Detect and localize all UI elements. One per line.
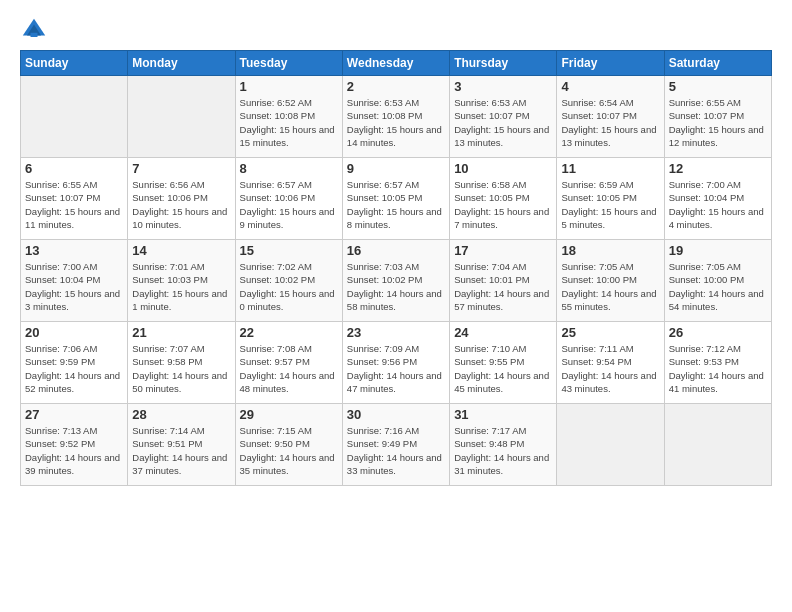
- day-info: Sunrise: 7:14 AM Sunset: 9:51 PM Dayligh…: [132, 424, 230, 477]
- calendar-week-4: 20Sunrise: 7:06 AM Sunset: 9:59 PM Dayli…: [21, 322, 772, 404]
- calendar-cell: 25Sunrise: 7:11 AM Sunset: 9:54 PM Dayli…: [557, 322, 664, 404]
- calendar-header-row: SundayMondayTuesdayWednesdayThursdayFrid…: [21, 51, 772, 76]
- calendar-cell: 27Sunrise: 7:13 AM Sunset: 9:52 PM Dayli…: [21, 404, 128, 486]
- calendar-cell: 30Sunrise: 7:16 AM Sunset: 9:49 PM Dayli…: [342, 404, 449, 486]
- weekday-header-wednesday: Wednesday: [342, 51, 449, 76]
- weekday-header-monday: Monday: [128, 51, 235, 76]
- calendar-cell: 3Sunrise: 6:53 AM Sunset: 10:07 PM Dayli…: [450, 76, 557, 158]
- calendar-cell: 8Sunrise: 6:57 AM Sunset: 10:06 PM Dayli…: [235, 158, 342, 240]
- calendar-cell: 23Sunrise: 7:09 AM Sunset: 9:56 PM Dayli…: [342, 322, 449, 404]
- day-number: 12: [669, 161, 767, 176]
- weekday-header-friday: Friday: [557, 51, 664, 76]
- calendar-cell: 15Sunrise: 7:02 AM Sunset: 10:02 PM Dayl…: [235, 240, 342, 322]
- calendar-week-2: 6Sunrise: 6:55 AM Sunset: 10:07 PM Dayli…: [21, 158, 772, 240]
- day-number: 21: [132, 325, 230, 340]
- calendar-cell: 21Sunrise: 7:07 AM Sunset: 9:58 PM Dayli…: [128, 322, 235, 404]
- logo: [20, 16, 54, 44]
- calendar-cell: 29Sunrise: 7:15 AM Sunset: 9:50 PM Dayli…: [235, 404, 342, 486]
- calendar-cell: 14Sunrise: 7:01 AM Sunset: 10:03 PM Dayl…: [128, 240, 235, 322]
- day-info: Sunrise: 6:55 AM Sunset: 10:07 PM Daylig…: [25, 178, 123, 231]
- day-info: Sunrise: 7:12 AM Sunset: 9:53 PM Dayligh…: [669, 342, 767, 395]
- day-info: Sunrise: 6:52 AM Sunset: 10:08 PM Daylig…: [240, 96, 338, 149]
- calendar-cell: 9Sunrise: 6:57 AM Sunset: 10:05 PM Dayli…: [342, 158, 449, 240]
- calendar-cell: 5Sunrise: 6:55 AM Sunset: 10:07 PM Dayli…: [664, 76, 771, 158]
- calendar-cell: 10Sunrise: 6:58 AM Sunset: 10:05 PM Dayl…: [450, 158, 557, 240]
- day-number: 3: [454, 79, 552, 94]
- day-number: 31: [454, 407, 552, 422]
- day-info: Sunrise: 7:02 AM Sunset: 10:02 PM Daylig…: [240, 260, 338, 313]
- day-number: 4: [561, 79, 659, 94]
- day-number: 9: [347, 161, 445, 176]
- day-info: Sunrise: 6:54 AM Sunset: 10:07 PM Daylig…: [561, 96, 659, 149]
- calendar-cell: 24Sunrise: 7:10 AM Sunset: 9:55 PM Dayli…: [450, 322, 557, 404]
- calendar-table: SundayMondayTuesdayWednesdayThursdayFrid…: [20, 50, 772, 486]
- day-number: 23: [347, 325, 445, 340]
- day-info: Sunrise: 7:00 AM Sunset: 10:04 PM Daylig…: [669, 178, 767, 231]
- calendar-week-1: 1Sunrise: 6:52 AM Sunset: 10:08 PM Dayli…: [21, 76, 772, 158]
- calendar-cell: 13Sunrise: 7:00 AM Sunset: 10:04 PM Dayl…: [21, 240, 128, 322]
- calendar-cell: [664, 404, 771, 486]
- day-info: Sunrise: 6:53 AM Sunset: 10:07 PM Daylig…: [454, 96, 552, 149]
- day-number: 25: [561, 325, 659, 340]
- day-number: 24: [454, 325, 552, 340]
- day-number: 17: [454, 243, 552, 258]
- day-info: Sunrise: 6:58 AM Sunset: 10:05 PM Daylig…: [454, 178, 552, 231]
- day-info: Sunrise: 7:06 AM Sunset: 9:59 PM Dayligh…: [25, 342, 123, 395]
- calendar-cell: 28Sunrise: 7:14 AM Sunset: 9:51 PM Dayli…: [128, 404, 235, 486]
- calendar-week-5: 27Sunrise: 7:13 AM Sunset: 9:52 PM Dayli…: [21, 404, 772, 486]
- day-number: 20: [25, 325, 123, 340]
- day-info: Sunrise: 7:00 AM Sunset: 10:04 PM Daylig…: [25, 260, 123, 313]
- day-info: Sunrise: 7:04 AM Sunset: 10:01 PM Daylig…: [454, 260, 552, 313]
- calendar-cell: 22Sunrise: 7:08 AM Sunset: 9:57 PM Dayli…: [235, 322, 342, 404]
- day-info: Sunrise: 7:05 AM Sunset: 10:00 PM Daylig…: [669, 260, 767, 313]
- day-info: Sunrise: 7:01 AM Sunset: 10:03 PM Daylig…: [132, 260, 230, 313]
- weekday-header-thursday: Thursday: [450, 51, 557, 76]
- calendar-cell: 16Sunrise: 7:03 AM Sunset: 10:02 PM Dayl…: [342, 240, 449, 322]
- day-number: 14: [132, 243, 230, 258]
- day-number: 7: [132, 161, 230, 176]
- day-info: Sunrise: 7:17 AM Sunset: 9:48 PM Dayligh…: [454, 424, 552, 477]
- day-info: Sunrise: 7:03 AM Sunset: 10:02 PM Daylig…: [347, 260, 445, 313]
- calendar-cell: 7Sunrise: 6:56 AM Sunset: 10:06 PM Dayli…: [128, 158, 235, 240]
- calendar-cell: 26Sunrise: 7:12 AM Sunset: 9:53 PM Dayli…: [664, 322, 771, 404]
- day-number: 5: [669, 79, 767, 94]
- header: [20, 16, 772, 44]
- calendar-cell: 12Sunrise: 7:00 AM Sunset: 10:04 PM Dayl…: [664, 158, 771, 240]
- page: SundayMondayTuesdayWednesdayThursdayFrid…: [0, 0, 792, 502]
- day-number: 8: [240, 161, 338, 176]
- day-number: 30: [347, 407, 445, 422]
- day-info: Sunrise: 6:53 AM Sunset: 10:08 PM Daylig…: [347, 96, 445, 149]
- calendar-cell: 31Sunrise: 7:17 AM Sunset: 9:48 PM Dayli…: [450, 404, 557, 486]
- weekday-header-tuesday: Tuesday: [235, 51, 342, 76]
- day-info: Sunrise: 7:07 AM Sunset: 9:58 PM Dayligh…: [132, 342, 230, 395]
- day-number: 26: [669, 325, 767, 340]
- day-number: 18: [561, 243, 659, 258]
- calendar-cell: [128, 76, 235, 158]
- calendar-cell: [557, 404, 664, 486]
- day-number: 27: [25, 407, 123, 422]
- day-info: Sunrise: 6:57 AM Sunset: 10:06 PM Daylig…: [240, 178, 338, 231]
- calendar-cell: 1Sunrise: 6:52 AM Sunset: 10:08 PM Dayli…: [235, 76, 342, 158]
- day-info: Sunrise: 6:55 AM Sunset: 10:07 PM Daylig…: [669, 96, 767, 149]
- calendar-cell: 19Sunrise: 7:05 AM Sunset: 10:00 PM Dayl…: [664, 240, 771, 322]
- calendar-cell: 4Sunrise: 6:54 AM Sunset: 10:07 PM Dayli…: [557, 76, 664, 158]
- day-info: Sunrise: 7:08 AM Sunset: 9:57 PM Dayligh…: [240, 342, 338, 395]
- svg-rect-2: [31, 33, 38, 37]
- day-number: 13: [25, 243, 123, 258]
- day-number: 2: [347, 79, 445, 94]
- day-number: 15: [240, 243, 338, 258]
- weekday-header-saturday: Saturday: [664, 51, 771, 76]
- day-number: 6: [25, 161, 123, 176]
- day-number: 16: [347, 243, 445, 258]
- day-info: Sunrise: 6:59 AM Sunset: 10:05 PM Daylig…: [561, 178, 659, 231]
- calendar-cell: 11Sunrise: 6:59 AM Sunset: 10:05 PM Dayl…: [557, 158, 664, 240]
- day-info: Sunrise: 7:10 AM Sunset: 9:55 PM Dayligh…: [454, 342, 552, 395]
- calendar-cell: 2Sunrise: 6:53 AM Sunset: 10:08 PM Dayli…: [342, 76, 449, 158]
- day-number: 22: [240, 325, 338, 340]
- calendar-cell: 6Sunrise: 6:55 AM Sunset: 10:07 PM Dayli…: [21, 158, 128, 240]
- calendar-week-3: 13Sunrise: 7:00 AM Sunset: 10:04 PM Dayl…: [21, 240, 772, 322]
- day-info: Sunrise: 7:15 AM Sunset: 9:50 PM Dayligh…: [240, 424, 338, 477]
- day-info: Sunrise: 7:05 AM Sunset: 10:00 PM Daylig…: [561, 260, 659, 313]
- calendar-cell: [21, 76, 128, 158]
- calendar-cell: 18Sunrise: 7:05 AM Sunset: 10:00 PM Dayl…: [557, 240, 664, 322]
